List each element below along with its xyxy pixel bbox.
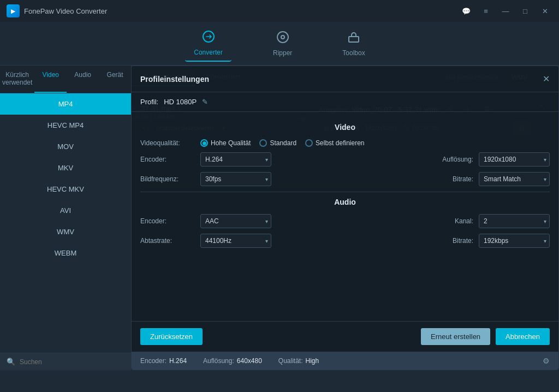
quality-high-label: Hohe Qualität [211, 139, 251, 147]
format-tab-recent[interactable]: Kürzlich verwendet [0, 66, 34, 93]
audio-encoder-select[interactable]: AACMP3AC3 [200, 214, 271, 228]
cancel-button[interactable]: Abbrechen [496, 328, 550, 345]
profile-name-row: Profil: HD 1080P ✎ [132, 92, 558, 112]
nav-converter[interactable]: Converter [185, 26, 231, 62]
profile-status-bar: Encoder: H.264 Auflösung: 640x480 Qualit… [132, 352, 558, 370]
edit-profile-name-button[interactable]: ✎ [202, 98, 208, 106]
format-item-mov[interactable]: MOV [0, 136, 131, 157]
footer-right-buttons: Erneut erstellen Abbrechen [421, 328, 550, 345]
format-panel: Kürzlich verwendet Video Audio Gerät MP4… [0, 66, 131, 370]
format-list: MP4 HEVC MP4 MOV MKV HEVC MKV AVI WMV WE… [0, 93, 131, 353]
title-bar: ▶ FonePaw Video Converter 💬 ≡ — □ ✕ [0, 0, 559, 22]
format-item-mkv[interactable]: MKV [0, 157, 131, 179]
quality-high-option[interactable]: Hohe Qualität [200, 139, 251, 147]
quality-label: Videoqualität: [140, 139, 200, 147]
status-quality-label: Qualität: [278, 357, 303, 365]
resolution-select[interactable]: 1920x10801280x720854x480640x480 [479, 152, 550, 167]
window-controls: 💬 ≡ — □ ✕ [459, 3, 552, 19]
close-profile-panel-button[interactable]: ✕ [543, 74, 550, 84]
nav-ripper[interactable]: Ripper [264, 26, 301, 61]
video-section-heading: Video [140, 123, 550, 132]
samplerate-select[interactable]: 44100Hz22050Hz48000Hz [200, 234, 271, 248]
channel-right: Kanal: 216 [430, 214, 550, 228]
samplerate-select-wrapper: 44100Hz22050Hz48000Hz [200, 234, 271, 248]
audio-encoder-channel-row: Encoder: AACMP3AC3 Kanal: 216 [140, 214, 550, 228]
toolbox-icon [347, 31, 360, 46]
bitrate-select-wrapper: Smart MatchCustom128kbps [479, 172, 550, 186]
profile-footer: Zurücksetzen Erneut erstellen Abbrechen [132, 321, 558, 352]
top-nav: Converter Ripper Toolbox [0, 22, 559, 66]
resolution-label: Auflösung: [430, 156, 473, 163]
profile-settings-title: Profileinstellungen [140, 75, 209, 84]
quality-standard-option[interactable]: Standard [259, 139, 296, 147]
minimize-button[interactable]: — [498, 3, 513, 19]
resolution-select-wrapper: 1920x10801280x720854x480640x480 [479, 152, 550, 167]
svg-point-1 [277, 32, 288, 43]
samplerate-label: Abtastrate: [140, 237, 200, 245]
quality-standard-radio[interactable] [259, 139, 267, 147]
profile-name-value: HD 1080P [164, 98, 197, 106]
status-quality-value: High [306, 357, 319, 365]
encoder-label: Encoder: [140, 156, 200, 163]
bitrate-label: Bitrate: [430, 175, 473, 183]
status-encoder-label: Encoder: [140, 357, 166, 365]
audio-bitrate-select[interactable]: 192kbps128kbps256kbps320kbps [479, 234, 550, 248]
quality-custom-option[interactable]: Selbst definieren [305, 139, 364, 147]
format-item-avi[interactable]: AVI [0, 200, 131, 221]
overlay: Kürzlich verwendet Video Audio Gerät MP4… [0, 66, 559, 370]
format-tab-video[interactable]: Video [34, 66, 67, 93]
reset-button[interactable]: Zurücksetzen [140, 328, 203, 345]
format-item-wmv[interactable]: WMV [0, 221, 131, 242]
bitrate-right: Bitrate: Smart MatchCustom128kbps [430, 172, 550, 186]
nav-toolbox[interactable]: Toolbox [334, 26, 373, 61]
format-item-mp4[interactable]: MP4 [0, 93, 131, 115]
quality-custom-label: Selbst definieren [316, 139, 364, 147]
section-divider [140, 192, 550, 192]
chat-button[interactable]: 💬 [459, 3, 474, 19]
framerate-select[interactable]: 30fps25fps24fps60fps [200, 172, 271, 186]
profile-body: Video Videoqualität: Hohe Qualität Stand… [132, 112, 558, 321]
format-item-webm[interactable]: WEBM [0, 242, 131, 264]
profile-header: Profileinstellungen ✕ [132, 66, 558, 92]
gear-settings-button[interactable]: ⚙ [543, 357, 550, 365]
format-search-input[interactable] [20, 358, 124, 366]
svg-point-2 [281, 35, 284, 39]
maximize-button[interactable]: □ [518, 3, 533, 19]
nav-toolbox-label: Toolbox [342, 49, 365, 57]
profile-label: Profil: [140, 98, 158, 106]
audio-section-heading: Audio [140, 198, 550, 206]
quality-high-radio[interactable] [200, 139, 208, 147]
format-tab-audio[interactable]: Audio [67, 66, 99, 93]
format-item-hevc-mp4[interactable]: HEVC MP4 [0, 115, 131, 136]
app-title: FonePaw Video Converter [24, 7, 107, 15]
nav-ripper-label: Ripper [273, 49, 292, 57]
audio-encoder-select-wrapper: AACMP3AC3 [200, 214, 271, 228]
app-icon: ▶ [7, 4, 20, 17]
status-encoder-value: H.264 [169, 357, 187, 365]
converter-icon [202, 30, 215, 46]
format-item-hevc-mkv[interactable]: HEVC MKV [0, 179, 131, 200]
status-quality: Qualität: High [278, 357, 319, 365]
status-resolution: Auflösung: 640x480 [203, 357, 262, 365]
channel-select-wrapper: 216 [479, 214, 550, 228]
framerate-select-wrapper: 30fps25fps24fps60fps [200, 172, 271, 186]
audio-bitrate-right: Bitrate: 192kbps128kbps256kbps320kbps [430, 234, 550, 248]
encoder-select[interactable]: H.264H.265MPEG-4 [200, 152, 271, 167]
svg-rect-3 [349, 37, 359, 42]
channel-select[interactable]: 216 [479, 214, 550, 228]
status-resolution-label: Auflösung: [203, 357, 234, 365]
bitrate-select[interactable]: Smart MatchCustom128kbps [479, 172, 550, 186]
menu-button[interactable]: ≡ [478, 3, 493, 19]
nav-converter-label: Converter [194, 49, 223, 56]
recreate-button[interactable]: Erneut erstellen [421, 328, 490, 345]
format-tab-device[interactable]: Gerät [99, 66, 131, 93]
ripper-icon [276, 31, 289, 46]
format-search-bar: 🔍 [0, 353, 131, 370]
search-icon: 🔍 [7, 358, 15, 366]
close-button[interactable]: ✕ [537, 3, 552, 19]
quality-custom-radio[interactable] [305, 139, 313, 147]
resolution-right: Auflösung: 1920x10801280x720854x480640x4… [430, 152, 550, 167]
quality-high-dot [203, 141, 206, 145]
quality-radio-group: Hohe Qualität Standard Selbst definieren [200, 139, 364, 147]
status-encoder: Encoder: H.264 [140, 357, 187, 365]
